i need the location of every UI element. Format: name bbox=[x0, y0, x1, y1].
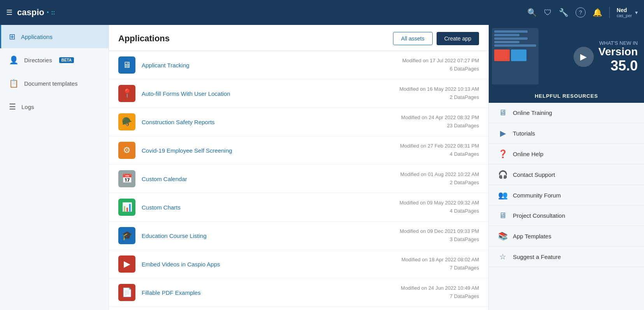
list-item[interactable]: 🪖 Construction Safety Reports Modified o… bbox=[109, 108, 488, 136]
app-name: Auto-fill Forms With User Location bbox=[142, 90, 399, 97]
app-meta: Modified on 18 Apr 2022 08:02 AM 7 DataP… bbox=[402, 256, 479, 272]
app-meta: Modified on 27 Feb 2022 08:31 PM 4 DataP… bbox=[400, 142, 479, 159]
promo-what-new: WHAT'S NEW IN bbox=[598, 40, 638, 46]
applications-icon: ⊞ bbox=[9, 32, 16, 41]
sidebar-item-logs[interactable]: ☰ Logs bbox=[0, 95, 109, 118]
app-icon: 🖥 bbox=[118, 56, 135, 74]
app-datapages: 4 DataPages bbox=[400, 150, 479, 159]
app-icon: ▶ bbox=[118, 255, 135, 273]
app-meta: Modified on 01 Aug 2022 10:22 AM 2 DataP… bbox=[400, 171, 479, 187]
list-item[interactable]: ▶ Embed Videos in Caspio Apps Modified o… bbox=[109, 250, 488, 278]
chevron-down-icon: ▾ bbox=[635, 9, 638, 16]
app-name: Embed Videos in Caspio Apps bbox=[142, 261, 402, 268]
logo-dot: · bbox=[47, 7, 49, 18]
all-assets-button[interactable]: All assets bbox=[393, 32, 433, 45]
app-icon: 📄 bbox=[118, 284, 135, 301]
app-icon: 📊 bbox=[118, 199, 135, 216]
app-datapages: 7 DataPages bbox=[402, 264, 479, 272]
app-datapages: 2 DataPages bbox=[399, 93, 479, 102]
app-name: Custom Charts bbox=[142, 204, 399, 211]
directories-icon: 👤 bbox=[9, 55, 19, 65]
sidebar-item-label: Document templates bbox=[24, 80, 78, 87]
app-datapages: 6 DataPages bbox=[402, 65, 479, 73]
resource-item[interactable]: ▶ Tutorials bbox=[489, 123, 644, 144]
list-item[interactable]: 📍 Auto-fill Forms With User Location Mod… bbox=[109, 79, 488, 108]
sidebar-item-label: Logs bbox=[21, 104, 34, 110]
top-navigation: ☰ caspio · :: 🔍 🛡 🔧 ? 🔔 Ned cas_per ▾ bbox=[0, 0, 644, 25]
resource-label: Suggest a Feature bbox=[513, 254, 561, 260]
resource-item[interactable]: 🎧 Contact Support bbox=[489, 164, 644, 185]
resource-item[interactable]: ☆ Suggest a Feature bbox=[489, 247, 644, 267]
help-icon[interactable]: ? bbox=[576, 7, 586, 18]
promo-version-num: 35.0 bbox=[598, 58, 638, 74]
resource-icon: 👥 bbox=[498, 190, 507, 200]
resource-icon: ▶ bbox=[498, 129, 507, 138]
list-item[interactable]: 🎓 Education Course Listing Modified on 0… bbox=[109, 222, 488, 250]
app-modified: Modified on 18 Apr 2022 08:02 AM bbox=[402, 256, 479, 264]
app-meta: Modified on 17 Jul 2022 07:27 PM 6 DataP… bbox=[402, 57, 479, 73]
resource-item[interactable]: 🖥 Online Training bbox=[489, 103, 644, 123]
promo-banner[interactable]: ▶ WHAT'S NEW IN Version 35.0 bbox=[489, 25, 644, 89]
app-meta: Modified on 09 Dec 2021 09:33 PM 3 DataP… bbox=[400, 227, 479, 244]
resource-label: App Templates bbox=[513, 233, 551, 240]
app-modified: Modified on 16 May 2022 10:13 AM bbox=[399, 85, 479, 93]
app-meta: Modified on 16 May 2022 10:13 AM 2 DataP… bbox=[399, 85, 479, 102]
hamburger-icon[interactable]: ☰ bbox=[6, 8, 12, 17]
nav-left: ☰ caspio · :: bbox=[6, 7, 55, 18]
app-datapages: 4 DataPages bbox=[399, 207, 479, 215]
app-modified: Modified on 24 Apr 2022 08:32 PM bbox=[401, 114, 479, 122]
sidebar-item-directories[interactable]: 👤 Directories BETA bbox=[0, 48, 109, 72]
page-title: Applications bbox=[118, 33, 170, 44]
resource-label: Project Consultation bbox=[513, 212, 565, 219]
resource-label: Online Training bbox=[513, 109, 552, 116]
app-name: Applicant Tracking bbox=[142, 62, 402, 69]
app-icon: 📅 bbox=[118, 170, 135, 187]
create-app-button[interactable]: Create app bbox=[437, 32, 479, 45]
sidebar-item-label: Directories bbox=[24, 57, 52, 63]
list-item[interactable]: 🖥 Applicant Tracking Modified on 17 Jul … bbox=[109, 51, 488, 79]
wrench-icon[interactable]: 🔧 bbox=[559, 8, 569, 17]
document-templates-icon: 📋 bbox=[9, 79, 19, 88]
sidebar-item-applications[interactable]: ⊞ Applications bbox=[0, 25, 109, 48]
app-meta: Modified on 24 Jun 2022 10:49 AM 7 DataP… bbox=[401, 284, 479, 301]
resource-icon: 📚 bbox=[498, 231, 507, 241]
resource-item[interactable]: ❓ Online Help bbox=[489, 144, 644, 164]
resource-item[interactable]: 📚 App Templates bbox=[489, 226, 644, 247]
list-item[interactable]: 📅 Custom Calendar Modified on 01 Aug 202… bbox=[109, 165, 488, 193]
sidebar-item-document-templates[interactable]: 📋 Document templates bbox=[0, 72, 109, 95]
resource-icon: 🖥 bbox=[498, 211, 507, 220]
list-item[interactable]: ⚙ Covid-19 Employee Self Screening Modif… bbox=[109, 136, 488, 165]
app-datapages: 2 DataPages bbox=[400, 179, 479, 187]
list-item[interactable]: 📄 Fillable PDF Examples Modified on 24 J… bbox=[109, 278, 488, 307]
app-meta: Modified on 09 May 2022 09:32 AM 4 DataP… bbox=[399, 199, 479, 215]
bell-icon[interactable]: 🔔 bbox=[593, 8, 602, 17]
resource-label: Tutorials bbox=[513, 130, 535, 137]
user-name: Ned bbox=[617, 7, 632, 13]
app-modified: Modified on 24 Jun 2022 10:49 AM bbox=[401, 284, 479, 292]
app-modified: Modified on 27 Feb 2022 08:31 PM bbox=[400, 142, 479, 150]
app-name: Education Course Listing bbox=[142, 232, 400, 239]
resource-icon: 🖥 bbox=[498, 108, 507, 117]
shield-icon[interactable]: 🛡 bbox=[544, 8, 552, 17]
app-datapages: 23 DataPages bbox=[401, 122, 479, 130]
promo-right: ▶ WHAT'S NEW IN Version 35.0 bbox=[574, 40, 638, 74]
list-item[interactable]: 📊 Custom Charts Modified on 09 May 2022 … bbox=[109, 193, 488, 222]
resource-item[interactable]: 🖥 Project Consultation bbox=[489, 206, 644, 226]
header-buttons: All assets Create app bbox=[393, 32, 479, 45]
resource-icon: ❓ bbox=[498, 149, 507, 159]
applications-panel: Applications All assets Create app 🖥 App… bbox=[109, 25, 488, 310]
search-icon[interactable]: 🔍 bbox=[527, 8, 537, 17]
app-datapages: 3 DataPages bbox=[400, 236, 479, 244]
resource-item[interactable]: 👥 Community Forum bbox=[489, 185, 644, 206]
resource-label: Online Help bbox=[513, 151, 543, 157]
app-name: Construction Safety Reports bbox=[142, 119, 401, 125]
play-button[interactable]: ▶ bbox=[574, 47, 594, 67]
apps-header: Applications All assets Create app bbox=[109, 25, 488, 51]
app-icon: 📍 bbox=[118, 85, 135, 102]
promo-text: WHAT'S NEW IN Version 35.0 bbox=[598, 40, 638, 74]
resource-icon: ☆ bbox=[498, 252, 507, 261]
app-name: Custom Calendar bbox=[142, 176, 400, 182]
main-layout: ⊞ Applications 👤 Directories BETA 📋 Docu… bbox=[0, 25, 644, 310]
user-menu[interactable]: Ned cas_per ▾ bbox=[617, 7, 638, 18]
promo-screenshot bbox=[492, 28, 539, 85]
